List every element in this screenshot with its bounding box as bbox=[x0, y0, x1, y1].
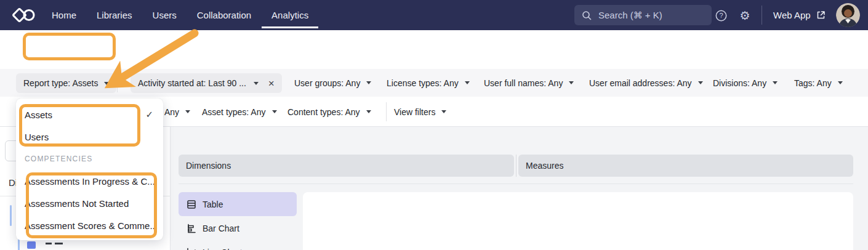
filter-content-types-label: Content types: Any bbox=[287, 107, 360, 117]
check-icon: ✓ bbox=[145, 109, 153, 120]
settings-gear-icon[interactable]: ⚙ bbox=[738, 9, 752, 22]
nav-item-libraries[interactable]: Libraries bbox=[97, 10, 132, 20]
filter-asset-types[interactable]: Asset types: Any bbox=[202, 97, 277, 127]
filter-activity-started[interactable]: Activity started at: Last 90 ... × bbox=[131, 73, 282, 93]
chevron-down-icon bbox=[272, 110, 277, 113]
menu-item-label: Assessments Not Started bbox=[25, 198, 129, 209]
menu-item-label: Assets bbox=[25, 110, 52, 120]
filter-activity-label: Activity started at: Last 90 ... bbox=[138, 78, 246, 88]
chevron-down-icon bbox=[185, 110, 190, 113]
dimensions-dropzone[interactable]: Dimensions bbox=[179, 155, 514, 177]
menu-item-assets[interactable]: Assets ✓ bbox=[16, 103, 163, 126]
filter-user-email-addresses[interactable]: User email addresses: Any bbox=[589, 69, 703, 97]
nav-item-users[interactable]: Users bbox=[153, 10, 177, 20]
filter-tags[interactable]: Tags: Any bbox=[794, 69, 843, 97]
top-nav-bar: Home Libraries Users Collaboration Analy… bbox=[0, 0, 868, 30]
filter-tags-label: Tags: Any bbox=[794, 78, 832, 88]
menu-item-assessments-in-progress[interactable]: Assessments In Progress & C... bbox=[16, 170, 163, 192]
external-link-icon bbox=[816, 10, 826, 20]
filter-license-types-label: License types: Any bbox=[387, 78, 459, 88]
chevron-down-icon bbox=[838, 81, 843, 84]
line-chart-icon bbox=[187, 248, 196, 250]
dropzone-divider bbox=[516, 155, 516, 177]
menu-item-label: Assessments In Progress & C... bbox=[25, 176, 155, 187]
web-app-link[interactable]: Web App bbox=[773, 0, 826, 30]
menu-item-users[interactable]: Users bbox=[16, 126, 163, 148]
bar-chart-icon bbox=[187, 224, 196, 233]
chevron-down-icon bbox=[366, 81, 371, 84]
filter-user-groups[interactable]: User groups: Any bbox=[294, 69, 371, 97]
filter-asset-types-label: Asset types: Any bbox=[202, 107, 266, 117]
measures-dropzone[interactable]: Measures bbox=[518, 155, 853, 177]
chevron-down-icon bbox=[773, 81, 778, 84]
view-filters-button[interactable]: View filters bbox=[394, 97, 446, 127]
chevron-down-icon bbox=[465, 81, 470, 84]
filter-user-full-names-label: User full names: Any bbox=[484, 78, 563, 88]
filter-report-type-label: Report type: Assets bbox=[23, 78, 98, 88]
filter-content-types[interactable]: Content types: Any bbox=[287, 97, 371, 127]
search-icon bbox=[582, 10, 592, 20]
dimensions-label: Dimensions bbox=[186, 161, 231, 171]
chevron-down-icon bbox=[698, 81, 703, 84]
measures-label: Measures bbox=[526, 161, 563, 171]
global-search[interactable] bbox=[574, 5, 712, 25]
filter-license-types[interactable]: License types: Any bbox=[387, 69, 470, 97]
menu-item-label: Users bbox=[25, 132, 49, 142]
filter-bar-row1: Report type: Assets Activity started at:… bbox=[0, 69, 868, 97]
report-type-dropdown-menu: Assets ✓ Users COMPETENCIES Assessments … bbox=[16, 99, 163, 240]
chevron-down-icon bbox=[254, 82, 259, 85]
svg-text:?: ? bbox=[719, 12, 723, 19]
table-icon bbox=[187, 200, 196, 209]
chevron-down-icon bbox=[104, 82, 109, 85]
filter-user-full-names[interactable]: User full names: Any bbox=[484, 69, 574, 97]
list-item bbox=[46, 243, 52, 244]
filter-report-type[interactable]: Report type: Assets bbox=[16, 73, 116, 93]
primary-nav: Home Libraries Users Collaboration Analy… bbox=[52, 0, 308, 30]
filter-divider bbox=[117, 74, 118, 92]
filter-partially-hidden[interactable]: Any bbox=[164, 97, 190, 127]
sidebar-accent-bar bbox=[10, 205, 12, 226]
filter-user-email-addresses-label: User email addresses: Any bbox=[589, 78, 692, 88]
filter-divisions[interactable]: Divisions: Any bbox=[713, 69, 778, 97]
nav-item-collaboration[interactable]: Collaboration bbox=[197, 10, 251, 20]
sidebar-accent-bar bbox=[18, 239, 20, 250]
view-filters-label: View filters bbox=[394, 107, 435, 117]
list-item bbox=[55, 243, 63, 244]
chart-type-table[interactable]: Table bbox=[179, 192, 297, 216]
chart-type-bar-chart[interactable]: Bar Chart bbox=[179, 216, 297, 240]
chart-type-line-chart[interactable]: Line Chart bbox=[179, 240, 297, 250]
filter-divider bbox=[386, 102, 387, 121]
nav-item-analytics[interactable]: Analytics bbox=[271, 10, 308, 20]
chart-type-label: Line Chart bbox=[203, 248, 243, 250]
filter-user-groups-label: User groups: Any bbox=[294, 78, 360, 88]
remove-filter-icon[interactable]: × bbox=[268, 78, 275, 89]
web-app-label: Web App bbox=[773, 10, 811, 20]
chevron-down-icon bbox=[569, 81, 574, 84]
app-logo-icon[interactable] bbox=[10, 5, 38, 25]
help-icon[interactable]: ? bbox=[714, 9, 728, 22]
filter-partial-label: Any bbox=[164, 107, 179, 117]
chevron-down-icon bbox=[366, 110, 371, 113]
search-input[interactable] bbox=[597, 9, 702, 21]
report-preview-panel bbox=[303, 192, 853, 250]
menu-item-assessments-not-started[interactable]: Assessments Not Started bbox=[16, 192, 163, 214]
menu-item-label: Assessment Scores & Comme... bbox=[25, 220, 158, 231]
nav-divider bbox=[762, 6, 762, 25]
user-avatar[interactable] bbox=[836, 3, 860, 27]
nav-item-home[interactable]: Home bbox=[52, 10, 76, 20]
chart-type-label: Bar Chart bbox=[203, 224, 239, 233]
menu-section-label: COMPETENCIES bbox=[25, 155, 92, 163]
menu-section-competencies: COMPETENCIES bbox=[16, 148, 163, 170]
report-header bbox=[0, 30, 868, 69]
list-item-checkbox-icon[interactable] bbox=[27, 241, 36, 249]
chevron-down-icon bbox=[441, 110, 446, 113]
menu-item-assessment-scores[interactable]: Assessment Scores & Comme... bbox=[16, 214, 163, 236]
filter-divisions-label: Divisions: Any bbox=[713, 78, 766, 88]
builder-divider bbox=[179, 183, 853, 184]
chart-type-label: Table bbox=[203, 200, 223, 209]
